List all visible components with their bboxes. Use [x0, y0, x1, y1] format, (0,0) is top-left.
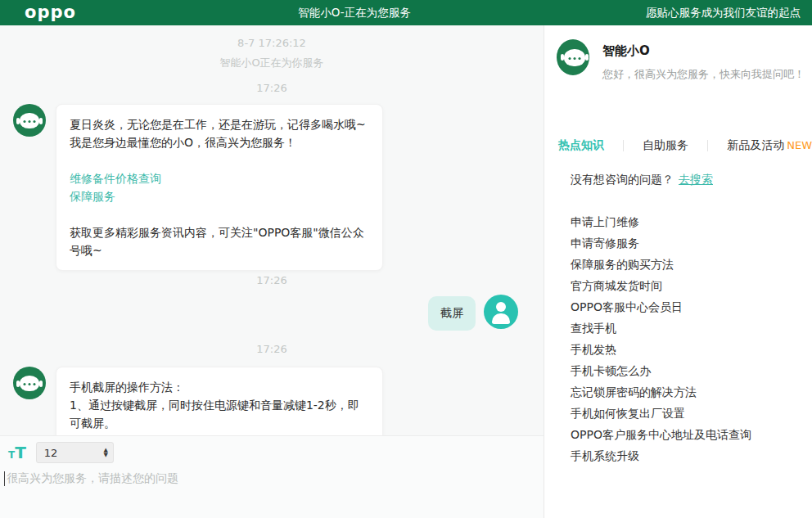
message-input[interactable]: 很高兴为您服务，请描述您的问题	[4, 471, 528, 486]
bot-message: 夏日炎炎，无论您是在工作，还是在游玩，记得多喝水哦~我是您身边最懂您的小O，很高…	[13, 104, 383, 271]
oppo-logo: OPPO	[0, 4, 98, 21]
bot-message-text: 手机截屏的操作方法：	[70, 378, 369, 396]
message-composer: TT 12 ▲▼ 很高兴为您服务，请描述您的问题	[0, 435, 544, 518]
service-slogan: 愿贴心服务成为我们友谊的起点	[611, 6, 812, 20]
tab-self-service[interactable]: 自助服务	[643, 138, 688, 153]
faq-item[interactable]: 保障服务的购买方法	[571, 254, 751, 275]
faq-item[interactable]: 申请上门维修	[571, 211, 751, 232]
bot-message-text: 夏日炎炎，无论您是在工作，还是在游玩，记得多喝水哦~我是您身边最懂您的小O，很高…	[70, 115, 369, 151]
faq-item[interactable]: 官方商城发货时间	[571, 275, 751, 296]
input-placeholder: 很高兴为您服务，请描述您的问题	[7, 471, 178, 486]
bot-name: 智能小O	[602, 43, 805, 59]
robot-face-icon	[564, 49, 585, 66]
search-prompt-row: 没有想咨询的问题？去搜索	[571, 173, 713, 187]
faq-item[interactable]: OPPO客服中心会员日	[571, 296, 751, 318]
repair-price-link[interactable]: 维修备件价格查询	[70, 169, 369, 187]
font-size-value: 12	[37, 447, 104, 459]
chat-session-title: 智能小O-正在为您服务	[98, 6, 611, 20]
go-search-link[interactable]: 去搜索	[679, 173, 713, 186]
faq-list: 申请上门维修 申请寄修服务 保障服务的购买方法 官方商城发货时间 OPPO客服中…	[571, 211, 751, 466]
faq-item[interactable]: 申请寄修服务	[571, 232, 751, 254]
text-cursor	[4, 471, 5, 486]
bot-message-text: 1、通过按键截屏，同时按住电源键和音量减键1-2秒，即可截屏。	[70, 396, 369, 432]
bot-message-bubble: 夏日炎炎，无论您是在工作，还是在游玩，记得多喝水哦~我是您身边最懂您的小O，很高…	[56, 104, 383, 271]
robot-face-icon	[20, 376, 39, 391]
message-timestamp: 17:26	[0, 82, 544, 94]
robot-face-icon	[20, 113, 39, 128]
tab-new-products[interactable]: 新品及活动NEW	[727, 138, 812, 153]
user-avatar-icon	[484, 295, 518, 329]
faq-item[interactable]: OPPO客户服务中心地址及电话查询	[571, 424, 751, 445]
faq-item[interactable]: 查找手机	[571, 318, 751, 339]
bot-avatar-icon	[13, 104, 46, 137]
person-icon	[496, 302, 506, 312]
user-message-bubble: 截屏	[428, 296, 476, 331]
bot-avatar-icon	[557, 39, 589, 75]
top-bar: OPPO 智能小O-正在为您服务 愿贴心服务成为我们友谊的起点	[0, 0, 812, 25]
user-message: 截屏	[428, 295, 518, 331]
message-timestamp: 17:26	[0, 274, 544, 286]
bot-greeting: 您好，很高兴为您服务，快来向我提问吧！	[602, 67, 805, 82]
message-timestamp: 17:26	[0, 343, 544, 355]
font-size-stepper[interactable]: 12 ▲▼	[36, 442, 114, 463]
knowledge-panel: 智能小O 您好，很高兴为您服务，快来向我提问吧！ 热点知识 自助服务 新品及活动…	[545, 25, 812, 518]
faq-item[interactable]: 手机卡顿怎么办	[571, 360, 751, 381]
chat-area: 8-7 17:26:12 智能小O正在为你服务 17:26 夏日炎炎，无论您是在…	[0, 25, 544, 518]
composer-toolbar: TT 12 ▲▼	[8, 442, 114, 463]
session-note: 智能小O正在为你服务	[0, 56, 544, 70]
bot-avatar-icon	[13, 367, 46, 399]
search-prompt: 没有想咨询的问题？	[571, 173, 674, 186]
faq-item[interactable]: 忘记锁屏密码的解决方法	[571, 381, 751, 403]
new-badge: NEW	[787, 139, 812, 151]
bot-profile: 智能小O 您好，很高兴为您服务，快来向我提问吧！	[557, 39, 805, 82]
warranty-service-link[interactable]: 保障服务	[70, 187, 369, 205]
font-size-icon[interactable]: TT	[8, 444, 26, 461]
panel-tabs: 热点知识 自助服务 新品及活动NEW	[558, 138, 812, 153]
bot-message-footer: 获取更多精彩服务资讯内容，可关注"OPPO客服"微信公众号哦~	[70, 223, 369, 259]
tab-hot-knowledge[interactable]: 热点知识	[558, 138, 604, 153]
faq-item[interactable]: 手机发热	[571, 339, 751, 360]
faq-item[interactable]: 手机系统升级	[571, 445, 751, 466]
stepper-arrows-icon[interactable]: ▲▼	[103, 448, 112, 457]
faq-item[interactable]: 手机如何恢复出厂设置	[571, 403, 751, 424]
session-timestamp: 8-7 17:26:12	[0, 37, 544, 49]
